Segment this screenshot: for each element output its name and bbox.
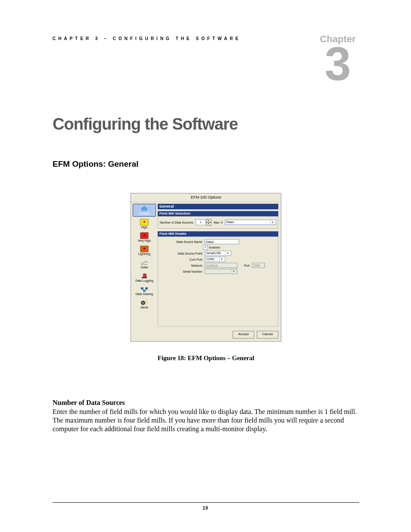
sidebar-item-label: Data Sharing [136, 292, 153, 296]
group-selection: Field Mill Selection [158, 211, 278, 216]
efm-options-dialog: EFM-100 Options General High [131, 193, 281, 342]
dsp-label: Data Source Point: [160, 252, 205, 255]
page-title: Configuring the Software [53, 115, 359, 134]
cancel-button[interactable]: Cancel [257, 331, 278, 339]
svg-rect-0 [141, 208, 147, 211]
dsp-select[interactable]: Serial/USB ▾ [205, 251, 231, 256]
footer-rule [53, 502, 359, 503]
sidebar-item-general[interactable]: General [133, 204, 156, 217]
body-subhead: Number of Data Sources [53, 399, 359, 407]
num-sources-value: 1 [196, 219, 206, 225]
svg-line-7 [142, 289, 144, 290]
enabled-label: Enabled [209, 246, 220, 249]
figure-caption: Figure 18: EFM Options – General [53, 355, 359, 362]
dialog-main: General Field Mill Selection Number of D… [158, 202, 281, 328]
port-label: Port: [237, 264, 252, 267]
ds-name-label: Data Source Name: [160, 240, 205, 243]
serial-number-select[interactable]: ▾ [205, 269, 237, 274]
alerts-icon [140, 299, 148, 305]
spinner-up-icon[interactable]: ▴ [206, 219, 212, 222]
sidebar-item-data-sharing[interactable]: Data Sharing [133, 285, 156, 297]
group-details: Field Mill Details [158, 231, 278, 236]
svg-rect-5 [145, 287, 148, 289]
com-select[interactable]: COM1 ▾ [205, 257, 225, 262]
data-source-select-value: Data1 [226, 220, 234, 225]
data-source-select[interactable]: Data1 ▾ [225, 220, 276, 225]
svg-rect-6 [143, 290, 146, 292]
chapter-number: 3 [316, 42, 359, 85]
checkbox-checked-icon: ✓ [203, 245, 208, 250]
sidebar-item-data-logging[interactable]: Data Logging [133, 271, 156, 283]
svg-point-10 [142, 302, 144, 304]
sidebar-item-label: Very High [138, 239, 151, 242]
dsp-value: Serial/USB [206, 251, 221, 256]
sidebar-item-alerts[interactable]: Alerts [133, 298, 156, 310]
port-input: 3000 [252, 263, 265, 268]
sidebar-item-high[interactable]: High [133, 218, 156, 230]
page-number: 19 [0, 506, 411, 510]
very-high-icon [140, 232, 149, 239]
body-paragraph: Enter the number of field mills for whic… [53, 408, 359, 433]
sidebar-item-label: High [141, 226, 147, 229]
sn-label: Serial Number: [160, 270, 205, 273]
num-sources-label: Number of Data Sources: [160, 221, 196, 224]
sidebar-item-very-high[interactable]: Very High [133, 231, 156, 243]
chevron-down-icon: ▾ [231, 269, 236, 274]
dialog-sidebar: General High Very High [131, 202, 158, 328]
accept-button[interactable]: Accept [233, 331, 254, 339]
num-sources-max: Max. 4 [212, 221, 225, 224]
group-general: General [158, 204, 278, 209]
com-label: Com Port: [160, 258, 205, 261]
sidebar-item-label: General [139, 212, 150, 215]
sidebar-item-label: Data Logging [135, 279, 153, 282]
svg-rect-4 [141, 287, 143, 289]
num-sources-spinner[interactable]: 1 ▴ ▾ [196, 219, 212, 226]
svg-rect-3 [142, 277, 147, 278]
ds-name-input[interactable]: Data1 [205, 239, 239, 244]
data-sharing-icon [140, 286, 148, 292]
chevron-down-icon: ▾ [219, 257, 224, 262]
sidebar-item-label: Lightning [138, 252, 150, 255]
chevron-down-icon: ▾ [225, 251, 230, 256]
lightning-icon [140, 246, 149, 252]
network-input: localhost [205, 263, 237, 268]
high-icon [140, 219, 149, 226]
sidebar-item-delta[interactable]: Delta [133, 258, 156, 270]
spinner-down-icon[interactable]: ▾ [206, 222, 212, 226]
sidebar-item-label: Alerts [140, 306, 148, 309]
section-head: EFM Options: General [53, 159, 359, 169]
running-head: CHAPTER 3 – CONFIGURING THE SOFTWARE [53, 36, 241, 41]
chapter-badge: Chapter 3 [316, 34, 359, 85]
com-value: COM1 [206, 257, 215, 262]
svg-line-8 [144, 289, 146, 290]
dialog-title: EFM-100 Options [131, 193, 281, 202]
sidebar-item-label: Delta [141, 266, 148, 269]
general-icon [140, 205, 148, 212]
chevron-down-icon: ▾ [270, 220, 275, 225]
sidebar-item-lightning[interactable]: Lightning [133, 245, 156, 257]
enabled-checkbox[interactable]: ✓ Enabled [203, 245, 220, 250]
net-label: Network: [160, 264, 205, 267]
data-logging-icon [140, 273, 148, 279]
delta-icon [140, 259, 148, 265]
